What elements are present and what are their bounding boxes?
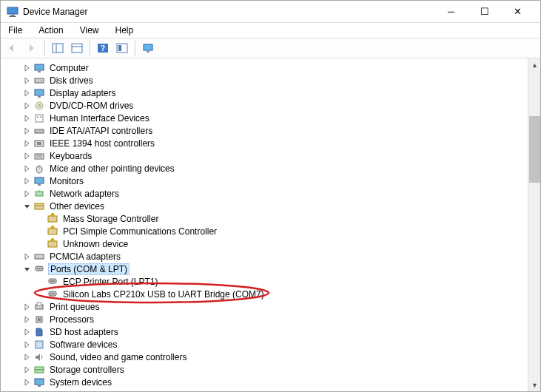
storage-icon — [33, 364, 45, 376]
tree-node[interactable]: ECP Printer Port (LPT1) — [10, 275, 528, 288]
svg-rect-65 — [35, 379, 44, 385]
kbd-icon — [33, 150, 45, 162]
tree-node[interactable]: Other devices — [10, 200, 528, 212]
close-button[interactable]: ✕ — [501, 1, 534, 22]
tree-node[interactable]: System devices — [10, 376, 528, 388]
tree-node[interactable]: Software devices — [10, 338, 528, 351]
expand-icon[interactable] — [23, 139, 32, 148]
properties-button[interactable] — [68, 40, 86, 56]
tree-node-label: Disk drives — [48, 75, 95, 86]
expand-icon[interactable] — [23, 76, 32, 85]
tree-node[interactable]: IDE ATA/ATAPI controllers — [10, 124, 528, 137]
tree-node[interactable]: Computer — [10, 61, 528, 74]
tree-node-label: Keyboards — [48, 151, 93, 161]
tree-node[interactable]: !PCI Simple Communications Controller — [10, 225, 528, 237]
port-icon — [47, 276, 58, 288]
menu-file[interactable]: File — [5, 24, 25, 37]
tree-node[interactable]: Keyboards — [10, 149, 528, 162]
printer-icon — [33, 301, 45, 313]
monitor-button[interactable] — [139, 40, 157, 56]
svg-rect-62 — [36, 341, 43, 348]
svg-text:!: ! — [52, 213, 53, 216]
titlebar[interactable]: Device Manager ─ ☐ ✕ — [1, 1, 540, 23]
expand-icon[interactable] — [23, 189, 32, 198]
svg-rect-59 — [37, 303, 41, 305]
svg-point-51 — [52, 280, 53, 282]
svg-rect-18 — [38, 96, 41, 98]
svg-rect-14 — [38, 71, 41, 72]
maximize-button[interactable]: ☐ — [468, 1, 501, 22]
tree-node[interactable]: Sound, video and game controllers — [10, 351, 528, 363]
menu-view[interactable]: View — [77, 24, 102, 37]
svg-point-47 — [38, 268, 40, 269]
collapse-icon[interactable] — [23, 202, 32, 211]
svg-rect-21 — [36, 115, 43, 122]
tree-node[interactable]: Processors — [10, 313, 528, 325]
tree-node[interactable]: SD host adapters — [10, 325, 528, 338]
tree-node[interactable]: DVD/CD-ROM drives — [10, 99, 528, 112]
tree-node[interactable]: Mice and other pointing devices — [10, 162, 528, 175]
ieee-icon — [33, 138, 45, 149]
port-icon — [47, 288, 58, 300]
minimize-button[interactable]: ─ — [434, 1, 468, 22]
svg-point-56 — [53, 293, 55, 294]
svg-rect-24 — [35, 129, 44, 133]
tree-node[interactable]: !Unknown device — [10, 237, 528, 250]
expand-icon[interactable] — [23, 378, 32, 387]
scroll-down-icon[interactable]: ▼ — [528, 379, 541, 391]
expand-icon[interactable] — [23, 64, 32, 72]
svg-rect-66 — [38, 385, 41, 387]
tree-node[interactable]: Human Interface Devices — [10, 112, 528, 124]
svg-rect-63 — [35, 367, 44, 370]
tree-node[interactable]: !Mass Storage Controller — [10, 212, 528, 225]
tree-node[interactable]: Print queues — [10, 300, 528, 313]
expand-icon[interactable] — [23, 252, 32, 261]
forward-button[interactable] — [23, 40, 41, 56]
scroll-up-icon[interactable]: ▲ — [528, 58, 541, 71]
tree-node[interactable]: PCMCIA adapters — [10, 250, 528, 263]
menu-action[interactable]: Action — [36, 24, 66, 37]
scan-hardware-button[interactable] — [113, 40, 131, 56]
device-tree[interactable]: ComputerDisk drivesDisplay adaptersDVD/C… — [1, 58, 528, 391]
scroll-thumb[interactable] — [529, 116, 540, 183]
expand-icon[interactable] — [23, 114, 32, 123]
expand-icon[interactable] — [23, 164, 32, 173]
expand-icon[interactable] — [23, 177, 32, 186]
expand-icon[interactable] — [23, 152, 32, 160]
tree-node-label: Mass Storage Controller — [61, 214, 160, 224]
tree-node[interactable]: IEEE 1394 host controllers — [10, 137, 528, 149]
tree-node[interactable]: Silicon Labs CP210x USB to UART Bridge (… — [10, 288, 528, 300]
expand-icon[interactable] — [23, 101, 32, 110]
expand-icon[interactable] — [23, 365, 32, 374]
collapse-icon[interactable] — [23, 265, 32, 274]
help-button[interactable]: ? — [94, 40, 112, 56]
svg-rect-32 — [35, 178, 44, 183]
menu-help[interactable]: Help — [112, 24, 137, 37]
svg-rect-26 — [37, 142, 41, 145]
tree-node[interactable]: Disk drives — [10, 74, 528, 87]
expand-icon[interactable] — [23, 340, 32, 349]
expand-icon[interactable] — [23, 126, 32, 135]
svg-rect-42 — [48, 241, 57, 247]
expand-icon[interactable] — [23, 315, 32, 324]
back-button[interactable] — [4, 40, 21, 56]
tree-node[interactable]: Network adapters — [10, 187, 528, 200]
tree-node[interactable]: Ports (COM & LPT) — [10, 263, 528, 275]
sd-icon — [33, 326, 45, 338]
tree-node-label: Processors — [48, 314, 95, 325]
window-title: Device Manager — [23, 7, 434, 17]
tree-node[interactable]: Storage controllers — [10, 363, 528, 376]
svg-rect-36 — [35, 203, 44, 209]
scrollbar[interactable]: ▲ ▼ — [528, 58, 540, 391]
tree-node[interactable]: Display adapters — [10, 87, 528, 99]
expand-icon[interactable] — [23, 328, 32, 337]
show-hide-tree-button[interactable] — [49, 40, 67, 56]
tree-node[interactable]: Monitors — [10, 175, 528, 187]
svg-rect-64 — [35, 370, 44, 373]
port-icon — [33, 263, 45, 275]
svg-rect-17 — [35, 89, 44, 95]
expand-icon[interactable] — [23, 303, 32, 311]
expand-icon[interactable] — [23, 89, 32, 98]
no-expand — [36, 290, 45, 299]
expand-icon[interactable] — [23, 353, 32, 362]
